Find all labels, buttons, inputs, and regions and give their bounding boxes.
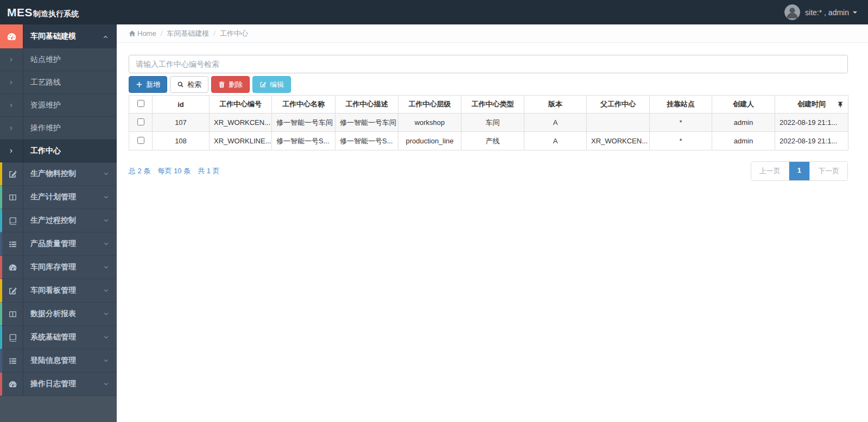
trash-icon	[218, 81, 225, 88]
sidebar-subitem-1[interactable]: 工艺路线	[0, 71, 117, 94]
book-icon	[2, 216, 23, 225]
column-header-9[interactable]: 创建人	[712, 96, 775, 114]
gauge-icon	[2, 263, 23, 272]
columns-icon	[2, 193, 23, 202]
sidebar-section-7[interactable]: 系统基础管理	[0, 326, 117, 349]
cell-创建时间: 2022-08-19 21:1...	[775, 132, 848, 150]
sidebar-section-label: 登陆信息管理	[30, 356, 76, 366]
breadcrumb-separator: /	[213, 29, 216, 37]
chevron-down-icon	[103, 218, 109, 224]
delete-button-label: 删除	[229, 80, 243, 90]
search-button-label: 检索	[187, 80, 201, 90]
sidebar-subitem-4[interactable]: 工作中心	[0, 140, 117, 162]
user-menu[interactable]: site:* , admin	[784, 4, 857, 20]
chevron-right-icon	[0, 80, 23, 85]
sidebar-subitem-label: 操作维护	[30, 123, 61, 133]
summary-total[interactable]: 总 2 条	[129, 166, 150, 176]
column-header-8[interactable]: 挂靠站点	[650, 96, 712, 114]
chevron-right-icon	[0, 103, 23, 108]
sidebar-section-label: 生产过程控制	[30, 216, 76, 225]
summary-page-count[interactable]: 共 1 页	[198, 166, 219, 176]
cell-创建人: admin	[712, 132, 775, 150]
column-header-0[interactable]: id	[153, 96, 210, 114]
pagination-summary: 总 2 条 每页 10 条 共 1 页	[129, 166, 227, 176]
column-header-10[interactable]: 创建时间	[775, 96, 848, 114]
sidebar-item-workshop-modeling[interactable]: 车间基础建模	[0, 24, 117, 48]
chevron-up-icon	[103, 34, 109, 40]
page-1-button[interactable]: 1	[789, 162, 810, 180]
sidebar-section-8[interactable]: 登陆信息管理	[0, 349, 117, 373]
cell-工作中心描述: 修一智能一号S...	[335, 132, 398, 150]
chevron-down-icon	[103, 194, 109, 200]
cell-id: 108	[153, 132, 210, 150]
sidebar-section-3[interactable]: 产品质量管理	[0, 232, 117, 256]
table-row[interactable]: 107XR_WORKCEN...修一智能一号车间修一智能一号车间workshop…	[129, 114, 848, 132]
sidebar-section-5[interactable]: 车间看板管理	[0, 279, 117, 303]
sidebar-section-0[interactable]: 生产物料控制	[0, 162, 117, 186]
cell-工作中心描述: 修一智能一号车间	[335, 114, 398, 132]
work-center-table: id工作中心编号工作中心名称工作中心描述工作中心层级工作中心类型版本父工作中心挂…	[129, 95, 848, 150]
select-all-header	[129, 96, 153, 114]
cell-工作中心类型: 车间	[461, 114, 524, 132]
next-page-button[interactable]: 下一页	[810, 162, 847, 180]
edit-icon	[2, 286, 23, 295]
row-checkbox[interactable]	[137, 118, 144, 125]
sidebar-subitem-2[interactable]: 资源维护	[0, 94, 117, 117]
breadcrumb-work-center[interactable]: 工作中心	[220, 29, 248, 39]
sidebar-subitem-label: 站点维护	[30, 55, 61, 65]
row-checkbox[interactable]	[137, 137, 144, 144]
caret-down-icon	[853, 11, 857, 14]
column-header-6[interactable]: 版本	[524, 96, 587, 114]
sidebar-section-6[interactable]: 数据分析报表	[0, 303, 117, 326]
breadcrumb-home[interactable]: Home	[137, 29, 156, 37]
breadcrumb-workshop-modeling[interactable]: 车间基础建模	[167, 29, 209, 39]
edit-icon	[2, 169, 23, 179]
column-header-7[interactable]: 父工作中心	[587, 96, 650, 114]
cell-工作中心层级: production_line	[398, 132, 461, 150]
sidebar-parent-label: 车间基础建模	[30, 32, 76, 41]
summary-per-page[interactable]: 每页 10 条	[157, 166, 191, 176]
top-navbar: MES 制造执行系统 site:* , admin	[0, 0, 868, 24]
sidebar-section-2[interactable]: 生产过程控制	[0, 209, 117, 232]
edit-button[interactable]: 编辑	[252, 76, 291, 93]
list-icon	[2, 356, 23, 366]
row-select-cell	[129, 114, 153, 132]
sidebar-section-4[interactable]: 车间库存管理	[0, 256, 117, 279]
table-row[interactable]: 108XR_WORKLINE...修一智能一号S...修一智能一号S...pro…	[129, 132, 848, 150]
sidebar-section-label: 车间库存管理	[30, 262, 76, 272]
chevron-down-icon	[103, 264, 109, 270]
sidebar-subitem-0[interactable]: 站点维护	[0, 48, 117, 71]
column-header-5[interactable]: 工作中心类型	[461, 96, 524, 114]
list-icon	[2, 240, 23, 249]
cell-工作中心类型: 产线	[461, 132, 524, 150]
user-avatar[interactable]	[784, 4, 800, 20]
prev-page-button[interactable]: 上一页	[751, 162, 789, 180]
sidebar-subitem-3[interactable]: 操作维护	[0, 117, 117, 140]
columns-icon	[2, 310, 23, 319]
breadcrumb: Home / 车间基础建模 / 工作中心	[117, 24, 868, 43]
cell-版本: A	[524, 114, 587, 132]
sidebar-subitem-label: 工艺路线	[30, 78, 61, 87]
search-input[interactable]	[129, 55, 848, 73]
column-header-3[interactable]: 工作中心描述	[335, 96, 398, 114]
column-header-2[interactable]: 工作中心名称	[272, 96, 335, 114]
add-button-label: 新增	[146, 80, 160, 90]
sidebar-section-label: 产品质量管理	[30, 239, 76, 249]
select-all-checkbox[interactable]	[137, 100, 144, 107]
cell-工作中心层级: workshop	[398, 114, 461, 132]
cell-挂靠站点: *	[650, 114, 712, 132]
column-header-4[interactable]: 工作中心层级	[398, 96, 461, 114]
pager: 上一页 1 下一页	[751, 161, 848, 181]
search-button[interactable]: 检索	[170, 76, 208, 93]
column-header-1[interactable]: 工作中心编号	[210, 96, 272, 114]
chevron-down-icon	[103, 381, 109, 387]
sidebar-section-1[interactable]: 生产计划管理	[0, 186, 117, 209]
sidebar-section-label: 操作日志管理	[30, 379, 76, 389]
cell-父工作中心	[587, 114, 650, 132]
sidebar-section-9[interactable]: 操作日志管理	[0, 373, 117, 396]
pushpin-icon[interactable]	[837, 101, 844, 108]
cell-挂靠站点: *	[650, 132, 712, 150]
cell-创建时间: 2022-08-19 21:1...	[775, 114, 848, 132]
add-button[interactable]: 新增	[129, 76, 167, 93]
delete-button[interactable]: 删除	[211, 76, 250, 93]
